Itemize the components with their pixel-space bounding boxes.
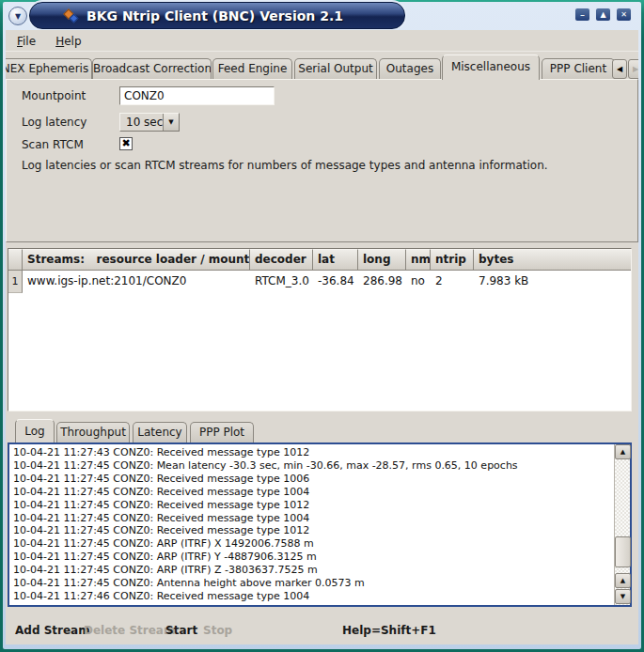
titlebar[interactable]: ▼ BKG Ntrip Client (BNC) Version 2.1 _ ▲… bbox=[3, 2, 641, 30]
tab-scroll-right-button[interactable]: ▶ bbox=[628, 59, 638, 79]
miscellaneous-description: Log latencies or scan RTCM streams for n… bbox=[22, 159, 548, 172]
scroll-down-icon: ▼ bbox=[620, 593, 625, 600]
scan-rtcm-label: Scan RTCM bbox=[22, 138, 84, 151]
bottom-tabbar: Log Throughput Latency PPP Plot bbox=[6, 419, 638, 442]
tab-feed-engine[interactable]: Feed Engine bbox=[212, 58, 292, 80]
top-tabbar: NEX Ephemeris Broadcast Corrections Feed… bbox=[6, 54, 638, 80]
log-line: 10-04-21 11:27:46 CONZ0: Received messag… bbox=[13, 590, 610, 603]
tab-latency[interactable]: Latency bbox=[133, 422, 187, 442]
tab-rinex-ephemeris[interactable]: NEX Ephemeris bbox=[6, 58, 92, 80]
scroll-up-button-2[interactable]: ▲ bbox=[615, 573, 631, 588]
log-line: 10-04-21 11:27:45 CONZ0: Received messag… bbox=[13, 512, 610, 525]
mountpoint-input[interactable] bbox=[119, 86, 275, 105]
cell-mountpoint: www.igs-ip.net:2101/CONZ0 bbox=[23, 271, 250, 293]
row-number: 1 bbox=[8, 271, 23, 293]
header-lat[interactable]: lat bbox=[313, 249, 358, 271]
footer-bar: Add Stream Delete Stream Start Stop Help… bbox=[6, 620, 638, 644]
log-line: 10-04-21 11:27:45 CONZ0: Received messag… bbox=[13, 486, 610, 499]
log-line: 10-04-21 11:27:45 CONZ0: Received messag… bbox=[13, 524, 610, 537]
scan-rtcm-checkbox[interactable]: ✖ bbox=[119, 137, 133, 150]
log-latency-label: Log latency bbox=[22, 116, 86, 129]
tab-scroll-left-icon: ◀ bbox=[617, 65, 622, 73]
header-corner-cell bbox=[8, 249, 23, 271]
window-menu-icon: ▼ bbox=[15, 12, 21, 21]
stop-button[interactable]: Stop bbox=[203, 624, 232, 637]
tab-outages[interactable]: Outages bbox=[379, 58, 441, 80]
tab-miscellaneous[interactable]: Miscellaneous bbox=[442, 54, 540, 80]
menu-help[interactable]: Help bbox=[52, 34, 85, 49]
delete-stream-button[interactable]: Delete Stream bbox=[84, 624, 175, 637]
header-mountpoint[interactable]: Streams: resource loader / mountpoint bbox=[23, 249, 250, 271]
cell-lat: -36.84 bbox=[313, 271, 358, 293]
tab-log[interactable]: Log bbox=[15, 419, 55, 442]
checkbox-check-icon: ✖ bbox=[121, 137, 130, 149]
tab-ppp-plot[interactable]: PPP Plot bbox=[190, 422, 254, 442]
log-line: 10-04-21 11:27:45 CONZ0: ARP (ITRF) Z -3… bbox=[13, 564, 610, 577]
cell-long: 286.98 bbox=[358, 271, 406, 293]
help-shortcut-label: Help=Shift+F1 bbox=[342, 624, 436, 637]
streams-table-header: Streams: resource loader / mountpoint de… bbox=[8, 249, 631, 271]
log-line: 10-04-21 11:27:45 CONZ0: Received messag… bbox=[13, 499, 610, 512]
log-line: 10-04-21 11:27:45 CONZ0: Mean latency -3… bbox=[13, 459, 610, 473]
miscellaneous-panel: Mountpoint Log latency 10 sec ▼ Scan RTC… bbox=[6, 79, 638, 242]
streams-table: Streams: resource loader / mountpoint de… bbox=[8, 248, 632, 411]
tab-broadcast-corrections[interactable]: Broadcast Corrections bbox=[92, 58, 212, 80]
minimize-icon: _ bbox=[581, 6, 585, 18]
log-line: 10-04-21 11:27:45 CONZ0: Antenna height … bbox=[13, 577, 610, 590]
log-lines: 10-04-21 11:27:43 CONZ0: Received messag… bbox=[13, 446, 610, 603]
log-line: 10-04-21 11:27:45 CONZ0: ARP (ITRF) X 14… bbox=[13, 537, 610, 551]
maximize-icon: ▲ bbox=[600, 8, 605, 21]
header-decoder[interactable]: decoder bbox=[250, 249, 313, 271]
scroll-up-icon: ▲ bbox=[620, 448, 625, 456]
minimize-button[interactable]: _ bbox=[574, 8, 590, 22]
start-button[interactable]: Start bbox=[165, 624, 197, 637]
close-icon: ✕ bbox=[620, 8, 627, 21]
log-line: 10-04-21 11:27:43 CONZ0: Received messag… bbox=[13, 446, 610, 459]
log-latency-select[interactable]: 10 sec ▼ bbox=[119, 113, 180, 132]
tab-serial-output[interactable]: Serial Output bbox=[294, 58, 377, 80]
log-latency-value: 10 sec bbox=[126, 116, 163, 129]
scrollbar-thumb[interactable] bbox=[615, 536, 631, 567]
app-icon bbox=[64, 8, 79, 23]
window-menu-button[interactable]: ▼ bbox=[8, 7, 27, 25]
header-bytes[interactable]: bytes bbox=[474, 249, 631, 271]
add-stream-button[interactable]: Add Stream bbox=[15, 624, 90, 637]
log-line: 10-04-21 11:27:45 CONZ0: ARP (ITRF) Y -4… bbox=[13, 551, 610, 564]
cell-bytes: 7.983 kB bbox=[474, 271, 631, 293]
tab-scroll-left-button[interactable]: ◀ bbox=[612, 59, 627, 79]
menu-file[interactable]: File bbox=[13, 34, 39, 49]
cell-nmea: no bbox=[406, 271, 431, 293]
table-row[interactable]: 1 www.igs-ip.net:2101/CONZ0 RTCM_3.0 -36… bbox=[8, 271, 631, 293]
scroll-up-button[interactable]: ▲ bbox=[615, 444, 631, 459]
window-controls: _ ▲ ✕ bbox=[574, 8, 632, 22]
maximize-button[interactable]: ▲ bbox=[595, 8, 611, 22]
mountpoint-label: Mountpoint bbox=[22, 89, 86, 102]
title-pill[interactable]: BKG Ntrip Client (BNC) Version 2.1 bbox=[29, 2, 405, 29]
scroll-up-icon: ▲ bbox=[620, 577, 625, 584]
header-nmea[interactable]: nmea bbox=[406, 249, 431, 271]
bnc-window: ▼ BKG Ntrip Client (BNC) Version 2.1 _ ▲… bbox=[0, 0, 644, 652]
scroll-down-button[interactable]: ▼ bbox=[615, 589, 631, 604]
cell-ntrip: 2 bbox=[431, 271, 474, 293]
tab-ppp-client[interactable]: PPP Client bbox=[542, 58, 615, 80]
menubar: File Help bbox=[6, 30, 638, 52]
tab-throughput[interactable]: Throughput bbox=[56, 422, 130, 442]
log-line: 10-04-21 11:27:45 CONZ0: Received messag… bbox=[13, 473, 610, 486]
close-button[interactable]: ✕ bbox=[616, 8, 632, 22]
client-area: File Help NEX Ephemeris Broadcast Correc… bbox=[6, 30, 638, 644]
log-scrollbar[interactable]: ▲ ▲ ▼ bbox=[614, 444, 630, 605]
chevron-down-icon: ▼ bbox=[163, 114, 179, 131]
header-ntrip[interactable]: ntrip bbox=[431, 249, 474, 271]
cell-decoder: RTCM_3.0 bbox=[250, 271, 313, 293]
window-title: BKG Ntrip Client (BNC) Version 2.1 bbox=[86, 8, 343, 23]
log-view[interactable]: 10-04-21 11:27:43 CONZ0: Received messag… bbox=[8, 442, 632, 607]
tab-scroll-right-icon: ▶ bbox=[633, 65, 638, 73]
header-long[interactable]: long bbox=[358, 249, 406, 271]
